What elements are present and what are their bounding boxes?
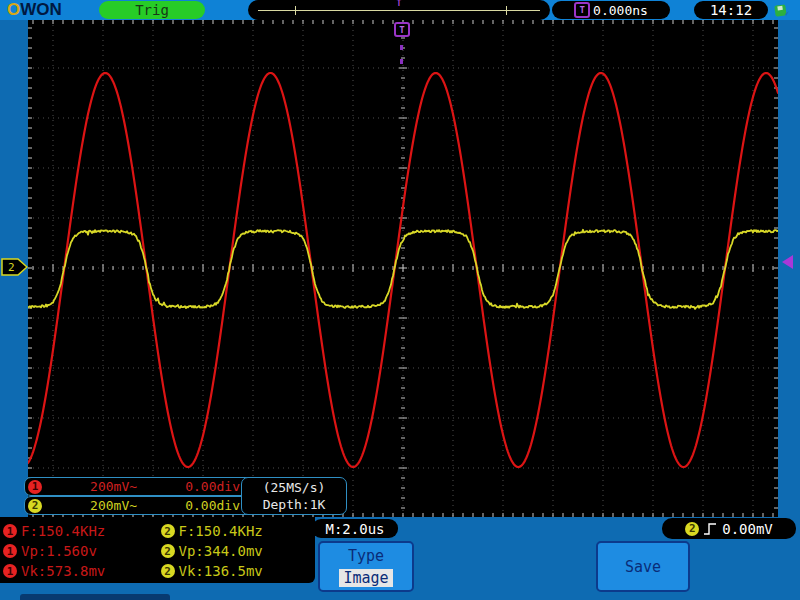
ch1-vk-cell: 1 Vk:573.8mv: [0, 563, 158, 579]
ch2-volts-per-div: 200mV~: [90, 498, 137, 513]
ch2-badge: 2: [28, 499, 42, 513]
measurement-row-freq: 1 F:150.4KHz 2 F:150.4KHz: [0, 521, 315, 541]
oscilloscope-ui: OWON Trig T T 0.000ns 14:12: [0, 0, 800, 600]
rising-edge-icon: [703, 522, 718, 536]
type-image-button[interactable]: Type Image: [318, 541, 414, 592]
owon-logo: OWON: [7, 0, 62, 20]
ch2-badge: 2: [161, 524, 175, 538]
ch2-frequency: F:150.4KHz: [179, 523, 263, 539]
measurements-panel: 1 F:150.4KHz 2 F:150.4KHz 1 Vp:1.560v 2 …: [0, 517, 315, 583]
memory-depth: Depth:1K: [242, 496, 346, 513]
ch1-badge: 1: [3, 524, 17, 538]
ch1-freq-cell: 1 F:150.4KHz: [0, 523, 158, 539]
trigger-t-icon: T: [574, 2, 590, 18]
memory-window-line: [258, 10, 540, 11]
ch2-vp-cell: 2 Vp:344.0mv: [158, 543, 316, 559]
ch2-vk-cell: 2 Vk:136.5mv: [158, 563, 316, 579]
logo-letter-o: O: [7, 0, 20, 19]
trigger-marker-dash: [400, 59, 403, 64]
trigger-level-value: 0.00mV: [722, 521, 773, 537]
ch1-badge: 1: [3, 564, 17, 578]
trigger-level-readout: 2 0.00mV: [662, 518, 796, 539]
ch2-badge: 2: [161, 544, 175, 558]
ch1-vpp: Vp:1.560v: [21, 543, 97, 559]
logo-letters-won: WON: [20, 0, 62, 19]
measurement-row-vp: 1 Vp:1.560v 2 Vp:344.0mv: [0, 541, 315, 561]
ch1-vp-cell: 1 Vp:1.560v: [0, 543, 158, 559]
measurement-row-vk: 1 Vk:573.8mv 2 Vk:136.5mv: [0, 561, 315, 581]
trigger-time-pill: T 0.000ns: [552, 1, 670, 19]
trigger-position-indicator: T: [248, 0, 550, 20]
ch1-offset: 0.00div: [185, 479, 240, 494]
ch2-vpp: Vp:344.0mv: [179, 543, 263, 559]
scope-display: [28, 20, 778, 517]
ch2-marker-label: 2: [8, 261, 15, 274]
timebase-pill: M:2.0us: [312, 519, 398, 538]
trigger-horizontal-marker: T: [394, 22, 410, 37]
ch1-badge: 1: [28, 480, 42, 494]
graticule-ticks: [28, 20, 778, 517]
ch1-frequency: F:150.4KHz: [21, 523, 105, 539]
ch2-offset: 0.00div: [185, 498, 240, 513]
ch2-vk: Vk:136.5mv: [179, 563, 263, 579]
acquisition-box: (25MS/s) Depth:1K: [241, 477, 347, 515]
bottom-left-strip: [20, 594, 170, 600]
save-label: Save: [625, 558, 661, 576]
usb-icon: [772, 2, 790, 22]
ch1-volts-per-div: 200mV~: [90, 479, 137, 494]
type-label: Type: [348, 547, 384, 565]
trigger-time-value: 0.000ns: [593, 3, 648, 18]
trigger-position-t-mini: T: [248, 0, 550, 8]
graticule-screen: [28, 20, 778, 517]
ch1-badge: 1: [3, 544, 17, 558]
ch2-badge: 2: [161, 564, 175, 578]
trig-status-pill: Trig: [99, 1, 205, 19]
trigger-source-badge: 2: [685, 522, 699, 536]
ch2-freq-cell: 2 F:150.4KHz: [158, 523, 316, 539]
ch1-vk: Vk:573.8mv: [21, 563, 105, 579]
trigger-level-arrow: [782, 255, 793, 269]
top-bar: OWON Trig T T 0.000ns 14:12: [0, 0, 800, 20]
trigger-marker-dash: [400, 45, 403, 50]
ch2-position-marker: 2: [1, 258, 28, 280]
clock: 14:12: [694, 1, 768, 19]
save-button[interactable]: Save: [596, 541, 690, 592]
sample-rate: (25MS/s): [242, 479, 346, 496]
type-selected-value: Image: [339, 569, 392, 587]
